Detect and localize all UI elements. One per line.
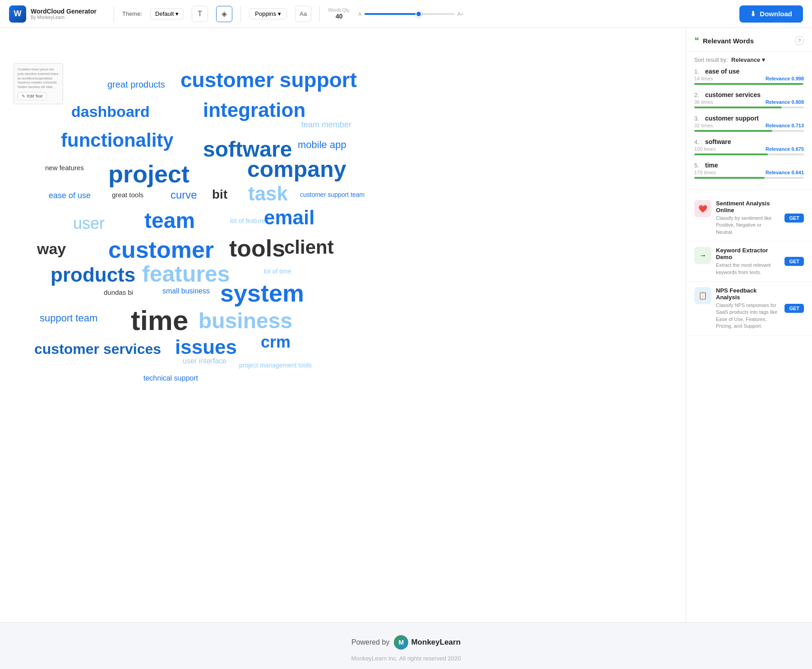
word-item[interactable]: ease of use	[49, 191, 91, 200]
sidebar-title: Relevant Words	[703, 37, 754, 45]
words-qty-container: Words Qty. 40	[328, 8, 350, 20]
word-item[interactable]: support team	[40, 313, 97, 323]
word-item[interactable]: features	[142, 263, 230, 285]
separator2	[240, 6, 241, 22]
words-qty-label: Words Qty.	[328, 8, 350, 13]
app-subtitle: By MonkeyLearn	[31, 15, 97, 20]
word-item[interactable]: new features	[45, 164, 84, 171]
item-relevance: Relevance 0.713	[766, 123, 804, 128]
edit-icon: ✎	[22, 94, 25, 98]
progress-fill	[694, 83, 803, 85]
chevron-down-icon: ▾	[278, 10, 281, 17]
tool-info: NPS Feedback Analysis Classify NPS respo…	[716, 287, 780, 330]
sort-bar: Sort result by: Relevance ▾	[686, 52, 812, 68]
relevant-item: 5. time 179 times Relevance 0.641	[694, 162, 804, 179]
word-item[interactable]: user interface	[183, 358, 226, 365]
relevant-item: 2. customer services 36 times Relevance …	[694, 91, 804, 108]
tool-cards: ❤️ Sentiment Analysis Online Classify by…	[686, 195, 812, 336]
relevant-list: 1. ease of use 14 times Relevance 0.998 …	[686, 68, 812, 185]
word-item[interactable]: way	[37, 241, 66, 256]
relevant-item: 1. ease of use 14 times Relevance 0.998	[694, 68, 804, 85]
font-select[interactable]: Poppins ▾	[249, 8, 287, 19]
word-item[interactable]: products	[51, 265, 135, 285]
word-item[interactable]: issues	[175, 337, 237, 357]
chevron-down-icon: ▾	[175, 10, 179, 17]
quote-icon: ❝	[694, 35, 699, 46]
tool-desc: Classify NPS responses for SaaS products…	[716, 302, 780, 330]
word-item[interactable]: great tools	[112, 191, 143, 198]
word-item[interactable]: mobile app	[298, 140, 346, 150]
main-content: Curabitur brazo purus nec justo faucibus…	[0, 28, 812, 622]
word-item[interactable]: email	[264, 208, 315, 228]
tool-info: Sentiment Analysis Online Classify by se…	[716, 200, 780, 236]
word-item[interactable]: small business	[162, 288, 210, 295]
word-item[interactable]: tools	[229, 237, 285, 260]
get-button[interactable]: GET	[784, 257, 804, 266]
tool-desc: Classify by sentiment like Positive, Neg…	[716, 215, 780, 236]
word-item[interactable]: user	[73, 215, 105, 232]
word-item[interactable]: team	[144, 210, 195, 232]
tool-name: NPS Feedback Analysis	[716, 287, 780, 301]
footer: Powered by M MonkeyLearn MonkeyLearn Inc…	[0, 622, 812, 669]
tool-info: Keyword Extractor Demo Extract the most …	[716, 247, 780, 276]
item-times: 14 times	[694, 76, 713, 81]
word-item[interactable]: technical support	[143, 375, 198, 382]
progress-fill	[694, 130, 772, 132]
word-item[interactable]: curve	[171, 190, 197, 200]
word-item[interactable]: task	[248, 184, 288, 204]
download-button[interactable]: ⬇ Download	[739, 5, 803, 23]
sidebar-header: ❝ Relevant Words ?	[686, 28, 812, 52]
item-times: 32 times	[694, 123, 713, 128]
word-item[interactable]: functionality	[61, 131, 174, 150]
word-item[interactable]: client	[284, 238, 334, 257]
slider-min-label: A	[358, 11, 361, 17]
progress-fill	[694, 107, 782, 108]
item-number: 4.	[694, 139, 702, 145]
word-item[interactable]: lot of features	[230, 218, 268, 224]
word-item[interactable]: project management tools	[239, 362, 312, 368]
word-item[interactable]: lot of time	[264, 268, 291, 274]
ml-icon: M	[394, 635, 408, 650]
text-format-icon[interactable]: T	[192, 6, 208, 22]
tool-card: → Keyword Extractor Demo Extract the mos…	[686, 242, 812, 282]
monkeylearn-logo: M MonkeyLearn	[394, 635, 461, 650]
item-number: 2.	[694, 92, 702, 98]
slider-max-label: A+	[457, 11, 464, 17]
edit-text-button[interactable]: ✎ Edit Text	[18, 92, 46, 100]
word-item[interactable]: crm	[261, 334, 291, 350]
word-item[interactable]: bit	[212, 188, 227, 201]
tool-icon: 📋	[694, 287, 711, 304]
word-item[interactable]: dundas bi	[104, 289, 133, 296]
footer-powered: Powered by M MonkeyLearn	[351, 635, 461, 650]
color-fill-icon[interactable]: ◈	[216, 6, 232, 22]
slider-thumb[interactable]	[415, 11, 422, 17]
word-item[interactable]: customer support	[180, 70, 357, 90]
size-slider[interactable]: A A+	[358, 11, 731, 17]
word-item[interactable]: great products	[107, 80, 165, 89]
word-item[interactable]: dashboard	[71, 104, 150, 119]
word-item[interactable]: customer	[108, 238, 214, 261]
item-name: ease of use	[705, 68, 739, 75]
help-icon[interactable]: ?	[795, 36, 804, 45]
word-item[interactable]: project	[108, 162, 189, 186]
slider-track[interactable]	[364, 13, 455, 15]
theme-select[interactable]: Default ▾	[150, 8, 184, 19]
word-item[interactable]: customer services	[34, 342, 161, 356]
word-item[interactable]: company	[247, 158, 346, 181]
word-item[interactable]: team member	[301, 121, 351, 129]
word-item[interactable]: business	[198, 310, 292, 332]
sort-select[interactable]: Relevance ▾	[731, 56, 765, 63]
word-item[interactable]: integration	[203, 100, 305, 120]
word-item[interactable]: customer support team	[300, 191, 364, 198]
word-item[interactable]: system	[220, 281, 304, 305]
progress-bar	[694, 153, 804, 155]
word-item[interactable]: time	[131, 307, 188, 334]
progress-fill	[694, 177, 765, 179]
get-button[interactable]: GET	[784, 214, 804, 223]
get-button[interactable]: GET	[784, 304, 804, 313]
item-number: 3.	[694, 115, 702, 122]
progress-bar	[694, 107, 804, 108]
item-times: 100 times	[694, 146, 716, 152]
item-number: 5.	[694, 162, 702, 169]
font-size-icon[interactable]: Aa	[295, 6, 311, 22]
